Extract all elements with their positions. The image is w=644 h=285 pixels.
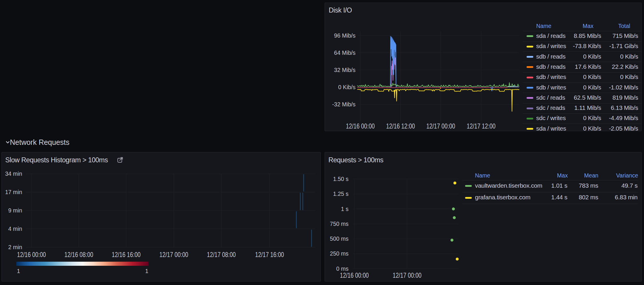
svg-text:12/16 00:00: 12/16 00:00: [340, 271, 369, 279]
svg-text:9 min: 9 min: [8, 207, 22, 214]
svg-text:2 min: 2 min: [8, 244, 22, 250]
svg-text:12/16 00:00: 12/16 00:00: [17, 251, 46, 258]
svg-text:1: 1: [17, 268, 20, 274]
svg-text:96 Mib/s: 96 Mib/s: [334, 32, 356, 39]
svg-text:0 Kib/s: 0 Kib/s: [338, 84, 356, 90]
svg-text:12/17 16:00: 12/17 16:00: [255, 251, 284, 258]
svg-text:750 ms: 750 ms: [330, 221, 349, 227]
svg-text:1 s: 1 s: [341, 206, 349, 212]
svg-text:1.25 s: 1.25 s: [333, 191, 349, 197]
svg-text:12/17 12:00: 12/17 12:00: [467, 122, 496, 130]
svg-text:12/16 12:00: 12/16 12:00: [386, 122, 415, 130]
svg-text:64 Mib/s: 64 Mib/s: [334, 50, 356, 56]
svg-text:12/16 00:00: 12/16 00:00: [346, 122, 375, 130]
svg-text:17 min: 17 min: [5, 189, 22, 195]
svg-text:500 ms: 500 ms: [330, 235, 349, 242]
svg-text:250 ms: 250 ms: [330, 250, 349, 257]
svg-text:12/17 08:00: 12/17 08:00: [207, 251, 236, 258]
svg-text:12/17 00:00: 12/17 00:00: [159, 251, 188, 258]
svg-text:12/17 00:00: 12/17 00:00: [426, 122, 455, 130]
svg-text:12/16 08:00: 12/16 08:00: [64, 251, 93, 258]
svg-text:1.50 s: 1.50 s: [333, 176, 349, 182]
svg-text:1: 1: [145, 268, 148, 274]
svg-text:0 ms: 0 ms: [336, 265, 349, 272]
svg-text:4 min: 4 min: [8, 226, 22, 232]
svg-text:-32 Mib/s: -32 Mib/s: [332, 101, 356, 108]
svg-text:12/17 00:00: 12/17 00:00: [393, 271, 422, 279]
svg-text:32 Mib/s: 32 Mib/s: [334, 67, 356, 73]
svg-text:34 min: 34 min: [5, 170, 22, 177]
svg-text:12/16 16:00: 12/16 16:00: [112, 251, 141, 258]
